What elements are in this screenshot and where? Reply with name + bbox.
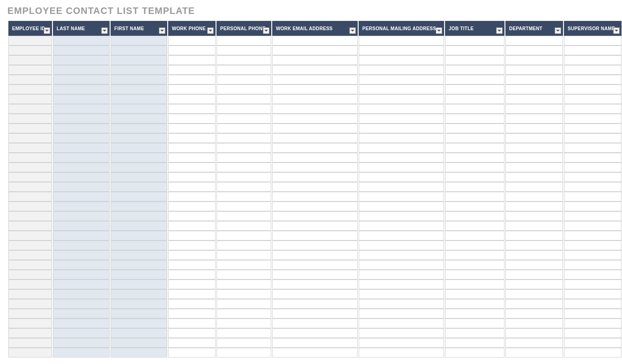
table-cell[interactable] <box>111 202 167 211</box>
table-cell[interactable] <box>564 231 622 240</box>
table-cell[interactable] <box>111 75 167 84</box>
table-cell[interactable] <box>359 94 444 104</box>
table-cell[interactable] <box>505 328 563 338</box>
table-cell[interactable] <box>505 289 563 299</box>
table-cell[interactable] <box>564 289 622 299</box>
table-cell[interactable] <box>216 309 271 318</box>
table-cell[interactable] <box>272 338 358 348</box>
table-cell[interactable] <box>359 46 444 55</box>
table-cell[interactable] <box>168 162 216 172</box>
table-cell[interactable] <box>53 250 110 260</box>
table-cell[interactable] <box>216 192 271 202</box>
table-cell[interactable] <box>216 182 271 192</box>
table-cell[interactable] <box>445 46 504 55</box>
table-cell[interactable] <box>272 172 358 182</box>
table-cell[interactable] <box>359 280 444 289</box>
table-cell[interactable] <box>216 328 271 338</box>
table-cell[interactable] <box>445 299 504 309</box>
table-cell[interactable] <box>216 299 271 309</box>
table-cell[interactable] <box>505 270 563 280</box>
table-cell[interactable] <box>216 280 271 289</box>
table-cell[interactable] <box>168 55 216 65</box>
table-cell[interactable] <box>168 94 216 104</box>
table-cell[interactable] <box>272 94 358 104</box>
table-cell[interactable] <box>216 338 271 348</box>
table-cell[interactable] <box>168 172 216 182</box>
table-cell[interactable] <box>111 114 167 124</box>
table-cell[interactable] <box>111 231 167 240</box>
table-cell[interactable] <box>359 75 444 84</box>
table-cell[interactable] <box>505 124 563 133</box>
table-cell[interactable] <box>111 162 167 172</box>
table-cell[interactable] <box>168 221 216 231</box>
table-cell[interactable] <box>53 172 110 182</box>
table-cell[interactable] <box>168 192 216 202</box>
table-cell[interactable] <box>53 318 110 328</box>
table-cell[interactable] <box>272 36 358 46</box>
table-cell[interactable] <box>216 75 271 84</box>
table-cell[interactable] <box>564 240 622 250</box>
table-cell[interactable] <box>168 280 216 289</box>
table-cell[interactable] <box>564 55 622 65</box>
table-cell[interactable] <box>168 250 216 260</box>
table-cell[interactable] <box>168 104 216 114</box>
table-cell[interactable] <box>505 221 563 231</box>
table-cell[interactable] <box>111 260 167 270</box>
table-cell[interactable] <box>564 46 622 55</box>
table-cell[interactable] <box>111 192 167 202</box>
table-cell[interactable] <box>272 46 358 55</box>
table-cell[interactable] <box>53 94 110 104</box>
table-cell[interactable] <box>445 211 504 221</box>
table-cell[interactable] <box>53 162 110 172</box>
table-cell[interactable] <box>564 192 622 202</box>
table-cell[interactable] <box>445 133 504 143</box>
table-cell[interactable] <box>272 55 358 65</box>
table-cell[interactable] <box>564 202 622 211</box>
table-cell[interactable] <box>505 280 563 289</box>
table-cell[interactable] <box>168 328 216 338</box>
table-cell[interactable] <box>8 289 52 299</box>
table-cell[interactable] <box>359 260 444 270</box>
table-cell[interactable] <box>216 260 271 270</box>
table-cell[interactable] <box>359 348 444 358</box>
table-cell[interactable] <box>168 124 216 133</box>
table-cell[interactable] <box>564 260 622 270</box>
table-cell[interactable] <box>272 221 358 231</box>
table-cell[interactable] <box>53 36 110 46</box>
table-cell[interactable] <box>445 348 504 358</box>
table-cell[interactable] <box>216 172 271 182</box>
table-cell[interactable] <box>53 211 110 221</box>
table-cell[interactable] <box>445 192 504 202</box>
table-cell[interactable] <box>111 36 167 46</box>
table-cell[interactable] <box>168 65 216 75</box>
table-cell[interactable] <box>8 133 52 143</box>
table-cell[interactable] <box>8 250 52 260</box>
table-cell[interactable] <box>216 143 271 153</box>
table-cell[interactable] <box>8 84 52 94</box>
table-cell[interactable] <box>216 46 271 55</box>
table-cell[interactable] <box>445 65 504 75</box>
table-cell[interactable] <box>111 221 167 231</box>
table-cell[interactable] <box>445 221 504 231</box>
table-cell[interactable] <box>111 182 167 192</box>
table-cell[interactable] <box>111 289 167 299</box>
table-cell[interactable] <box>272 260 358 270</box>
table-cell[interactable] <box>359 231 444 240</box>
table-cell[interactable] <box>168 270 216 280</box>
table-cell[interactable] <box>564 318 622 328</box>
table-cell[interactable] <box>111 133 167 143</box>
table-cell[interactable] <box>272 231 358 240</box>
table-cell[interactable] <box>111 104 167 114</box>
table-cell[interactable] <box>8 211 52 221</box>
table-cell[interactable] <box>445 94 504 104</box>
table-cell[interactable] <box>216 221 271 231</box>
table-cell[interactable] <box>8 260 52 270</box>
table-cell[interactable] <box>168 231 216 240</box>
table-cell[interactable] <box>564 280 622 289</box>
table-cell[interactable] <box>8 328 52 338</box>
table-cell[interactable] <box>8 162 52 172</box>
table-cell[interactable] <box>505 114 563 124</box>
table-cell[interactable] <box>272 280 358 289</box>
table-cell[interactable] <box>272 318 358 328</box>
table-cell[interactable] <box>216 84 271 94</box>
